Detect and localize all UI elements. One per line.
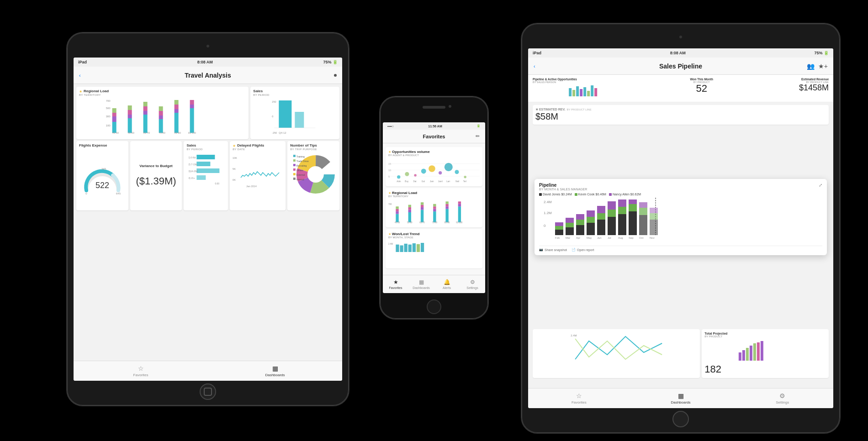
- left-status-bar: iPad 8:08 AM 75% 🔋: [74, 58, 342, 67]
- svg-rect-166: [408, 210, 411, 212]
- svg-rect-168: [408, 205, 411, 207]
- pipeline-popup[interactable]: ⤢ Pipeline BY MONTH & SALES MANAGER Davi…: [535, 179, 827, 255]
- svg-rect-9: [128, 115, 132, 118]
- camera-action-icon: 📷: [539, 248, 543, 252]
- right-back-btn[interactable]: ‹: [534, 63, 535, 69]
- opp-subtitle: BY AGENT & PRODUCT: [388, 154, 480, 157]
- sales-period2-card[interactable]: Sales BY PERIOD 1) 0-6d 2) 7-13d 3)14-20…: [184, 141, 228, 210]
- est-rev-value: $58M: [535, 111, 826, 122]
- svg-rect-129: [739, 352, 741, 361]
- tab-phone-settings[interactable]: ⚙ Settings: [460, 279, 485, 289]
- delayed-star: ★: [233, 144, 236, 148]
- svg-rect-94: [576, 220, 584, 225]
- iphone-home[interactable]: [427, 299, 441, 314]
- svg-rect-114: [639, 202, 647, 208]
- svg-text:91-100: 91-100: [188, 131, 196, 134]
- total-projected-card[interactable]: Total Projected BY PRODUCT 182: [702, 329, 829, 378]
- sales-period-card[interactable]: Sales BY PERIOD Q4 12 250 0 -: [250, 87, 339, 139]
- right-settings-icon: ⚙: [779, 392, 785, 399]
- left-dashboard-content: ★ Regional Load BY TERRITORY 700 500 300…: [74, 84, 342, 361]
- svg-text:2.4M: 2.4M: [571, 334, 577, 337]
- svg-rect-197: [421, 243, 424, 252]
- delayed-flights-card[interactable]: ★ Delayed Flights BY DATE 10K 5K 0K Jan …: [230, 141, 286, 210]
- legend-dot-kevin: [575, 193, 577, 196]
- tab-phone-favorites[interactable]: ★ Favorites: [383, 279, 408, 289]
- svg-rect-191: [396, 245, 399, 252]
- reg-star: ★: [388, 191, 391, 195]
- star-plus-icon[interactable]: ★+: [818, 63, 828, 70]
- flights-expense-card[interactable]: Flights Expense 522 0: [76, 141, 128, 210]
- est-rev-title-row: ★ Estimated Rev. BY PRODUCT LINE: [535, 108, 826, 111]
- tab-phone-dashboards[interactable]: ▦ Dashboards: [408, 279, 434, 289]
- svg-text:71-80: 71-80: [159, 131, 165, 134]
- regional-subtitle: BY TERRITORY: [79, 94, 246, 96]
- svg-rect-45: [197, 162, 211, 166]
- svg-rect-132: [750, 346, 752, 361]
- tab-left-favorites[interactable]: ☆ Favorites: [74, 365, 208, 377]
- svg-text:2) 7-13d: 2) 7-13d: [189, 163, 197, 166]
- tab-phone-alerts[interactable]: 🔔 Alerts: [434, 279, 460, 289]
- svg-text:91-100: 91-100: [456, 221, 463, 224]
- opp-star: ★: [388, 150, 391, 154]
- svg-rect-87: [555, 230, 563, 235]
- svg-point-147: [439, 171, 442, 174]
- right-screen: iPad 8:08 AM 75% 🔋 ‹ Sales Pipeline 👥 ★+…: [528, 48, 833, 408]
- fav-item-wonlost[interactable]: ★ Won/Lost Trend BY MONTH, STAGE 2.4M: [386, 229, 482, 268]
- wl-title: Won/Lost Trend: [392, 232, 419, 236]
- variance-budget-card[interactable]: Variance to Budget ($1.39M): [130, 141, 182, 210]
- tab-right-dashboards[interactable]: ▦ Dashboards: [630, 392, 732, 404]
- svg-rect-196: [417, 244, 420, 252]
- fav-item-regional[interactable]: ★ Regional Load BY TERRITORY 700: [386, 188, 482, 227]
- svg-text:Recruiting: Recruiting: [296, 164, 307, 167]
- dashboards-icon: ▦: [272, 365, 278, 372]
- svg-rect-92: [566, 218, 574, 223]
- svg-rect-72: [293, 173, 296, 175]
- camera-right: [679, 36, 682, 38]
- share-snapshot-btn[interactable]: 📷 Share snapshot: [539, 248, 567, 252]
- right-dash-label: Dashboards: [671, 400, 690, 404]
- svg-rect-44: [197, 155, 215, 159]
- delayed-title: Delayed Flights: [237, 144, 264, 148]
- svg-rect-10: [128, 110, 132, 115]
- regional-load-card[interactable]: ★ Regional Load BY TERRITORY 700 500 300…: [76, 87, 249, 139]
- open-report-btn[interactable]: 📄 Open report: [572, 248, 594, 252]
- edit-icon[interactable]: ✏: [476, 133, 480, 139]
- svg-rect-18: [159, 111, 163, 116]
- phone-fav-icon: ★: [393, 279, 398, 285]
- tips-title: Number of Tips: [290, 144, 337, 148]
- svg-text:3)14-20d: 3)14-20d: [189, 170, 198, 173]
- ipad-right-home[interactable]: [672, 411, 689, 427]
- people-icon[interactable]: 👥: [807, 63, 815, 70]
- expand-icon[interactable]: ⤢: [819, 183, 822, 188]
- right-fav-icon: ☆: [576, 392, 582, 399]
- svg-rect-83: [594, 88, 597, 96]
- opp-title: Opportunities volume: [392, 150, 430, 154]
- estimated-rev-card[interactable]: ★ Estimated Rev. BY PRODUCT LINE $58M: [533, 105, 829, 125]
- tab-left-dashboards[interactable]: ▦ Dashboards: [208, 365, 342, 377]
- trend-card[interactable]: 2.4M: [533, 329, 700, 378]
- regional-title: Regional Load: [84, 89, 109, 94]
- tab-right-settings[interactable]: ⚙ Settings: [731, 392, 833, 404]
- svg-rect-81: [587, 91, 590, 96]
- phone-battery: 🔋: [476, 124, 481, 128]
- svg-rect-97: [587, 217, 595, 223]
- svg-text:0K: 0K: [233, 178, 236, 181]
- svg-text:Trade Show: Trade Show: [296, 160, 309, 163]
- svg-rect-162: [396, 211, 398, 214]
- svg-rect-90: [566, 227, 574, 235]
- ipad-left-home[interactable]: [200, 383, 216, 400]
- tab-right-favorites[interactable]: ☆ Favorites: [528, 392, 630, 404]
- left-back-btn[interactable]: ‹: [79, 73, 81, 78]
- right-nav-bar: ‹ Sales Pipeline 👥 ★+: [528, 58, 833, 75]
- svg-rect-5: [112, 116, 116, 122]
- svg-text:External: External: [296, 173, 305, 176]
- flights-gauge: 522 0 345 645: [82, 161, 123, 195]
- svg-rect-131: [746, 348, 749, 361]
- fav-item-opportunities[interactable]: ★ Opportunities volume BY AGENT & PRODUC…: [386, 147, 482, 186]
- svg-rect-112: [639, 215, 647, 235]
- svg-text:Gal: Gal: [422, 180, 425, 183]
- svg-rect-104: [608, 201, 616, 210]
- wl-bar: 2.4M: [388, 241, 480, 254]
- num-tips-card[interactable]: Number of Tips BY TRIP PURPOSE: [287, 141, 339, 210]
- right-status-time: 8:08 AM: [670, 51, 686, 55]
